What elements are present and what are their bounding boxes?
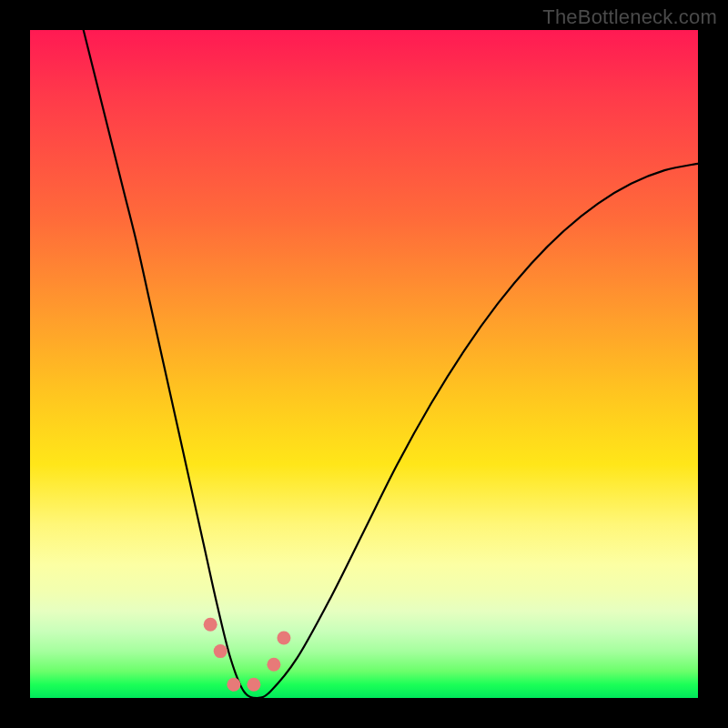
chart-container: TheBottleneck.com xyxy=(0,0,728,728)
highlight-marker xyxy=(204,618,217,632)
highlight-marker xyxy=(267,658,280,672)
highlight-markers xyxy=(204,618,291,692)
watermark-text: TheBottleneck.com xyxy=(542,5,717,29)
highlight-marker xyxy=(247,678,260,692)
highlight-marker xyxy=(214,644,228,658)
bottleneck-curve xyxy=(84,30,698,698)
highlight-marker xyxy=(227,678,240,692)
curve-svg xyxy=(30,30,698,698)
highlight-marker xyxy=(277,631,290,644)
plot-area xyxy=(30,30,698,698)
